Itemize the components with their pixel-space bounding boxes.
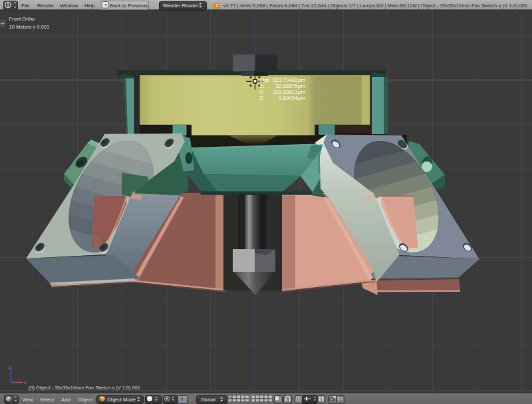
svg-text:z: z xyxy=(9,365,11,369)
svg-text:1.80054μm: 1.80054μm xyxy=(279,95,306,101)
svg-text:x: x xyxy=(24,380,27,385)
svg-text:X:: X: xyxy=(259,83,265,89)
svg-text:Z:: Z: xyxy=(259,95,264,101)
svg-text:119.33821μm: 119.33821μm xyxy=(273,89,306,95)
svg-text:10 Meters x 0.001: 10 Meters x 0.001 xyxy=(9,24,50,30)
svg-text:Dist:: Dist: xyxy=(259,77,270,83)
svg-text:Y:: Y: xyxy=(259,89,264,95)
svg-text:32.86575μm: 32.86575μm xyxy=(275,83,305,89)
svg-text:Front Ortho: Front Ortho xyxy=(9,16,35,22)
svg-text:(0) Object - 35x35x10mm Fan Sk: (0) Object - 35x35x10mm Fan Sketch α (V … xyxy=(29,385,140,391)
svg-text:123.79422μm: 123.79422μm xyxy=(273,77,305,83)
